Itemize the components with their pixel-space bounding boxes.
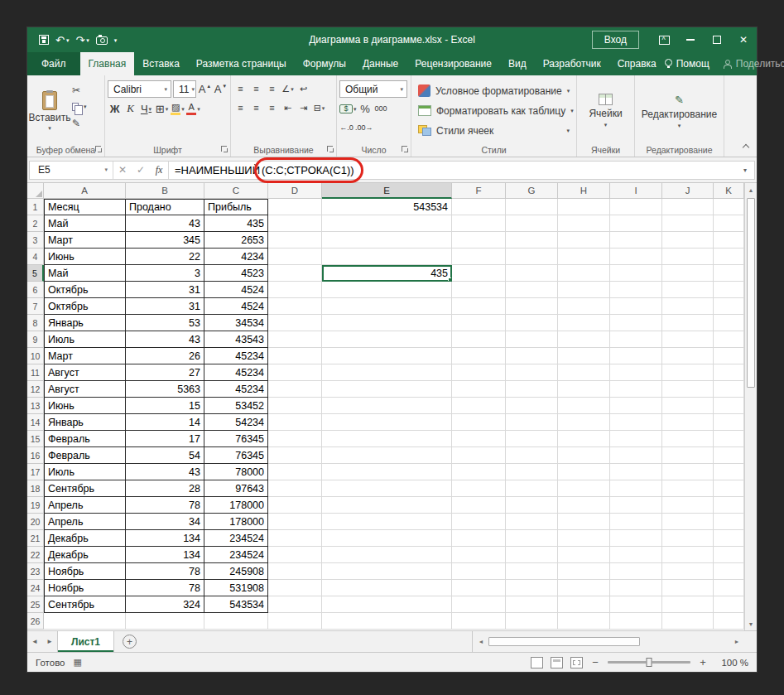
row-header-14[interactable]: 14 (27, 414, 44, 431)
row-header-1[interactable]: 1 (27, 199, 44, 215)
sheet-nav-right-icon[interactable]: ► (42, 631, 57, 652)
cell-A18[interactable]: Сентябрь (44, 480, 126, 497)
new-sheet-button[interactable]: + (123, 635, 137, 649)
cell-G26[interactable] (506, 613, 558, 630)
cell-E6[interactable] (322, 282, 452, 298)
cell-B14[interactable]: 14 (126, 414, 204, 431)
cell-B2[interactable]: 43 (126, 215, 204, 232)
cell-I7[interactable] (610, 298, 662, 315)
cell-F25[interactable] (452, 596, 506, 613)
cell-E4[interactable] (322, 249, 452, 265)
cell-I8[interactable] (610, 315, 662, 331)
row-header-17[interactable]: 17 (27, 464, 44, 480)
cell-I24[interactable] (610, 580, 662, 596)
ribbon-tab-6[interactable]: Рецензирование (406, 52, 500, 75)
row-header-18[interactable]: 18 (27, 480, 44, 497)
cell-D20[interactable] (268, 514, 322, 530)
cell-K10[interactable] (714, 348, 744, 364)
cell-J22[interactable] (662, 547, 714, 563)
editing-button[interactable]: ✎ Редактирование ▾ (637, 78, 721, 143)
sheet-tab-list1[interactable]: Лист1 (57, 631, 114, 652)
cell-G19[interactable] (506, 497, 558, 514)
cell-E15[interactable] (322, 431, 452, 447)
cell-D14[interactable] (268, 414, 322, 431)
cell-D5[interactable] (268, 265, 322, 282)
cell-F20[interactable] (452, 514, 506, 530)
cell-B12[interactable]: 5363 (126, 381, 204, 398)
cell-A12[interactable]: Август (44, 381, 126, 398)
cell-J25[interactable] (662, 596, 714, 613)
cell-B23[interactable]: 78 (126, 563, 204, 580)
cell-A23[interactable]: Ноябрь (44, 563, 126, 580)
cell-E8[interactable] (322, 315, 452, 331)
cell-C23[interactable]: 245908 (204, 563, 268, 580)
sheet-nav-left-icon[interactable]: ◄ (27, 631, 42, 652)
cell-H19[interactable] (558, 497, 610, 514)
minimize-button[interactable] (677, 27, 704, 52)
cell-J2[interactable] (662, 215, 714, 232)
cell-A5[interactable]: Май (44, 265, 126, 282)
shrink-font-button[interactable]: А▼ (214, 81, 228, 98)
cell-B7[interactable]: 31 (126, 298, 204, 315)
cell-C15[interactable]: 76345 (204, 431, 268, 447)
cell-F6[interactable] (452, 282, 506, 298)
number-dialog-launcher-icon[interactable] (402, 146, 409, 153)
cell-C3[interactable]: 2653 (204, 232, 268, 249)
cell-C2[interactable]: 435 (204, 215, 268, 232)
cell-B11[interactable]: 27 (126, 364, 204, 381)
cell-J20[interactable] (662, 514, 714, 530)
cell-J18[interactable] (662, 480, 714, 497)
cell-G3[interactable] (506, 232, 558, 249)
cell-F4[interactable] (452, 249, 506, 265)
cell-K11[interactable] (714, 364, 744, 381)
cell-J23[interactable] (662, 563, 714, 580)
cell-I5[interactable] (610, 265, 662, 282)
row-header-10[interactable]: 10 (27, 348, 44, 364)
row-header-4[interactable]: 4 (27, 249, 44, 265)
cell-D12[interactable] (268, 381, 322, 398)
cell-D19[interactable] (268, 497, 322, 514)
cell-J19[interactable] (662, 497, 714, 514)
cell-D24[interactable] (268, 580, 322, 596)
enter-entry-icon[interactable]: ✓ (132, 164, 150, 176)
cell-H8[interactable] (558, 315, 610, 331)
column-header-A[interactable]: A (44, 183, 126, 199)
file-tab[interactable]: Файл (27, 52, 80, 75)
cell-F2[interactable] (452, 215, 506, 232)
row-header-24[interactable]: 24 (27, 580, 44, 596)
scroll-down-icon[interactable]: ▼ (745, 617, 757, 630)
cell-H5[interactable] (558, 265, 610, 282)
cell-H20[interactable] (558, 514, 610, 530)
accounting-format-button[interactable]: $▾ (339, 100, 357, 117)
ribbon-tab-7[interactable]: Вид (500, 52, 535, 75)
cell-E20[interactable] (322, 514, 452, 530)
cell-H16[interactable] (558, 447, 610, 464)
comma-style-button[interactable]: 000 (374, 100, 388, 117)
number-format-combo[interactable]: Общий▾ (339, 80, 407, 98)
cell-J12[interactable] (662, 381, 714, 398)
cell-B22[interactable]: 134 (126, 547, 204, 563)
cell-E16[interactable] (322, 447, 452, 464)
increase-decimal-button[interactable]: ←.0 (339, 119, 354, 136)
align-left-button[interactable]: ≡ (233, 99, 248, 116)
font-name-combo[interactable]: Calibri▾ (108, 80, 171, 98)
cell-E22[interactable] (322, 547, 452, 563)
cell-I14[interactable] (610, 414, 662, 431)
maximize-button[interactable] (704, 27, 730, 52)
cell-K16[interactable] (714, 447, 744, 464)
cell-I17[interactable] (610, 464, 662, 480)
cell-A1[interactable]: Месяц (44, 199, 126, 215)
cell-J14[interactable] (662, 414, 714, 431)
cancel-entry-icon[interactable]: ✕ (113, 164, 132, 176)
cell-I20[interactable] (610, 514, 662, 530)
percent-style-button[interactable]: % (358, 100, 373, 117)
decrease-indent-button[interactable]: ⇤ (281, 99, 295, 116)
cell-H2[interactable] (558, 215, 610, 232)
cell-J10[interactable] (662, 348, 714, 364)
cell-K23[interactable] (714, 563, 744, 580)
cell-G17[interactable] (506, 464, 558, 480)
cell-G21[interactable] (506, 530, 558, 547)
cell-F23[interactable] (452, 563, 506, 580)
row-header-20[interactable]: 20 (27, 514, 44, 530)
macro-record-icon[interactable]: ▦ (74, 657, 82, 668)
